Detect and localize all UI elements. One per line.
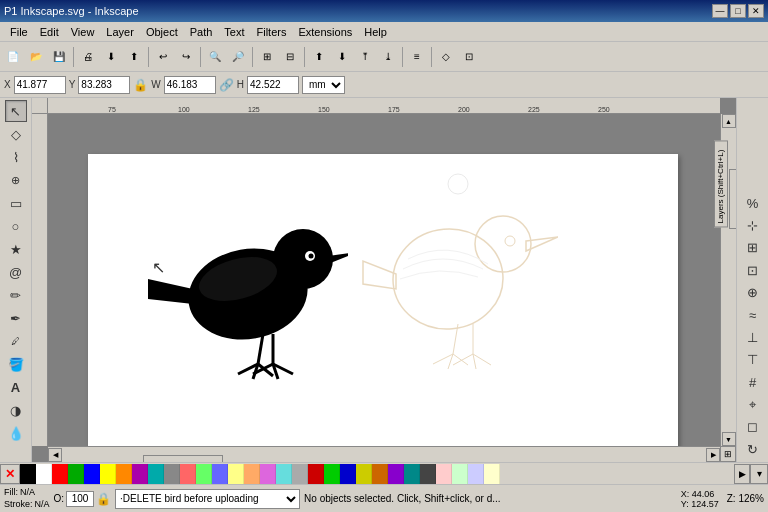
menu-path[interactable]: Path — [184, 24, 219, 40]
color-swatch[interactable] — [52, 464, 68, 484]
color-swatch[interactable] — [468, 464, 484, 484]
menu-edit[interactable]: Edit — [34, 24, 65, 40]
close-button[interactable]: ✕ — [748, 4, 764, 18]
color-swatch[interactable] — [148, 464, 164, 484]
save-button[interactable]: 💾 — [48, 46, 70, 68]
ungroup-button[interactable]: ⊟ — [279, 46, 301, 68]
snap-midpoints-button[interactable]: ⊡ — [742, 260, 764, 281]
x-coord-input[interactable] — [14, 76, 66, 94]
color-swatch[interactable] — [292, 464, 308, 484]
opacity-input[interactable] — [66, 491, 94, 507]
scroll-right-button[interactable]: ▶ — [706, 448, 720, 462]
color-swatch[interactable] — [452, 464, 468, 484]
color-swatch[interactable] — [116, 464, 132, 484]
lock-icon[interactable]: 🔒 — [133, 78, 148, 92]
lower-bottom-button[interactable]: ⤓ — [377, 46, 399, 68]
bird-silhouette[interactable] — [118, 174, 348, 394]
canvas-container[interactable]: 75 100 125 150 175 200 225 250 — [32, 98, 736, 462]
new-button[interactable]: 📄 — [2, 46, 24, 68]
vscroll-thumb[interactable] — [729, 169, 737, 229]
bird-outline[interactable] — [358, 169, 558, 399]
color-swatch[interactable] — [84, 464, 100, 484]
redo-button[interactable]: ↪ — [175, 46, 197, 68]
snap-smooth-button[interactable]: ≈ — [742, 304, 764, 325]
dropper-tool-button[interactable]: 💧 — [5, 422, 27, 444]
color-swatch[interactable] — [228, 464, 244, 484]
snap-perpendicular-button[interactable]: ⊤ — [742, 349, 764, 370]
opacity-lock-icon[interactable]: 🔒 — [96, 492, 111, 506]
scroll-down-button[interactable]: ▼ — [722, 432, 736, 446]
color-swatch[interactable] — [484, 464, 500, 484]
color-swatch[interactable] — [276, 464, 292, 484]
snap-guides-button[interactable]: ⌖ — [742, 394, 764, 415]
color-swatch[interactable] — [260, 464, 276, 484]
zoom-tool-button[interactable]: ⊕ — [5, 169, 27, 191]
align-button[interactable]: ≡ — [406, 46, 428, 68]
pencil-tool-button[interactable]: ✏ — [5, 284, 27, 306]
hscroll-thumb[interactable] — [143, 455, 223, 463]
menu-file[interactable]: File — [4, 24, 34, 40]
snap-center-button[interactable]: ⊕ — [742, 282, 764, 303]
snap-enable-button[interactable]: % — [742, 192, 764, 213]
open-button[interactable]: 📂 — [25, 46, 47, 68]
color-swatch[interactable] — [308, 464, 324, 484]
color-swatch[interactable] — [36, 464, 52, 484]
scroll-left-button[interactable]: ◀ — [48, 448, 62, 462]
color-swatch[interactable] — [68, 464, 84, 484]
calligraphy-tool-button[interactable]: 🖊 — [5, 330, 27, 352]
color-swatch[interactable] — [212, 464, 228, 484]
undo-button[interactable]: ↩ — [152, 46, 174, 68]
zoom-out-button[interactable]: 🔎 — [227, 46, 249, 68]
color-swatch[interactable] — [356, 464, 372, 484]
export-button[interactable]: ⬆ — [123, 46, 145, 68]
text-tool-button[interactable]: A — [5, 376, 27, 398]
snap-tangent-button[interactable]: ⊥ — [742, 327, 764, 348]
pen-tool-button[interactable]: ✒ — [5, 307, 27, 329]
menu-object[interactable]: Object — [140, 24, 184, 40]
palette-menu-button[interactable]: ▾ — [750, 464, 768, 484]
color-swatch[interactable] — [196, 464, 212, 484]
unit-selector[interactable]: mm px in cm pt — [302, 76, 345, 94]
palette-scroll-right[interactable]: ▶ — [734, 464, 750, 484]
color-swatch[interactable] — [164, 464, 180, 484]
zoom-in-button[interactable]: 🔍 — [204, 46, 226, 68]
menu-filters[interactable]: Filters — [251, 24, 293, 40]
star-tool-button[interactable]: ★ — [5, 238, 27, 260]
menu-text[interactable]: Text — [218, 24, 250, 40]
horizontal-scrollbar[interactable]: ◀ ▶ — [48, 446, 720, 462]
color-swatch[interactable] — [340, 464, 356, 484]
maximize-button[interactable]: □ — [730, 4, 746, 18]
snap-rotation-button[interactable]: ↻ — [742, 439, 764, 460]
color-swatch[interactable] — [436, 464, 452, 484]
color-swatch[interactable] — [324, 464, 340, 484]
menu-extensions[interactable]: Extensions — [292, 24, 358, 40]
menu-help[interactable]: Help — [358, 24, 393, 40]
minimize-button[interactable]: — — [712, 4, 728, 18]
color-swatch[interactable] — [100, 464, 116, 484]
y-coord-input[interactable] — [78, 76, 130, 94]
color-swatch[interactable] — [20, 464, 36, 484]
fill-tool-button[interactable]: 🪣 — [5, 353, 27, 375]
color-swatch[interactable] — [372, 464, 388, 484]
color-swatch[interactable] — [404, 464, 420, 484]
node-tool-button[interactable]: ◇ — [5, 123, 27, 145]
import-button[interactable]: ⬇ — [100, 46, 122, 68]
layers-tab[interactable]: Layers (Shift+Ctrl+L) — [714, 140, 728, 227]
raise-top-button[interactable]: ⤒ — [354, 46, 376, 68]
zoom-fit-button[interactable]: ⊞ — [720, 446, 736, 462]
transform-button[interactable]: ⊡ — [458, 46, 480, 68]
action-dropdown[interactable]: ·DELETE bird before uploading — [115, 489, 300, 509]
lower-button[interactable]: ⬇ — [331, 46, 353, 68]
snap-bbox-button[interactable]: ⊞ — [742, 237, 764, 258]
color-swatch[interactable] — [132, 464, 148, 484]
print-button[interactable]: 🖨 — [77, 46, 99, 68]
snap-grids-button[interactable]: # — [742, 371, 764, 392]
tweak-tool-button[interactable]: ⌇ — [5, 146, 27, 168]
color-swatch[interactable] — [420, 464, 436, 484]
link-icon[interactable]: 🔗 — [219, 78, 234, 92]
menu-view[interactable]: View — [65, 24, 101, 40]
no-color-button[interactable]: ✕ — [0, 464, 20, 484]
node-editor-button[interactable]: ◇ — [435, 46, 457, 68]
select-tool-button[interactable]: ↖ — [5, 100, 27, 122]
color-swatch[interactable] — [180, 464, 196, 484]
